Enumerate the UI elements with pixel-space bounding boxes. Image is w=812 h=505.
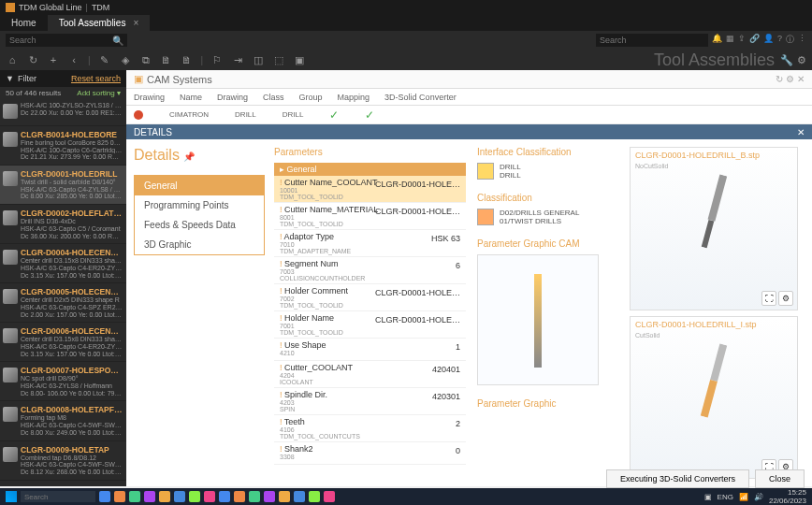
list-item[interactable]: CLGR-D0008-HOLETAPFORMERForming tap M8HS… — [0, 401, 126, 440]
search-input[interactable] — [6, 34, 127, 47]
param-row[interactable]: ! Adaptor Type7010TDM_ADAPTER_NAMEHSK 63 — [274, 230, 466, 257]
gear-icon[interactable]: ⚙ — [795, 53, 808, 66]
param-group-header[interactable]: ▸ General — [274, 163, 466, 176]
list-item[interactable]: CLGR-D0006-HOLECENTERDR…Center drill D3.… — [0, 323, 126, 362]
gear-icon[interactable]: ⚙ — [778, 291, 793, 306]
param-row[interactable]: ! Shank233080 — [274, 442, 466, 465]
list-item[interactable]: CLGR-D0010-HOLEFLATDRILLDrill INS D14 Ec… — [0, 481, 126, 486]
reset-search-link[interactable]: Reset search — [71, 74, 121, 83]
preview-card-i[interactable]: CLGR-D0001-HOLEDRILL_I.stp CutSolid ⛶⚙ — [630, 316, 798, 480]
tb-app-icon[interactable] — [129, 491, 140, 502]
volume-icon[interactable]: 🔊 — [754, 493, 763, 501]
tb-app-icon[interactable] — [114, 491, 125, 502]
menu-icon[interactable]: ⋮ — [798, 34, 806, 47]
param-row[interactable]: ! Holder Name7001TDM_TOOL_TOOLIDCLGR-D00… — [274, 311, 466, 339]
tag-icon[interactable]: ◈ — [119, 53, 132, 66]
user-icon[interactable]: 👤 — [763, 34, 774, 47]
list-item[interactable]: CLGR-B0014-HOLEBOREFine boring tool Coro… — [0, 126, 126, 166]
iface-title: Interface Classification — [477, 147, 622, 157]
tb-app-icon[interactable] — [159, 491, 170, 502]
cube-icon[interactable]: ⬚ — [272, 53, 285, 66]
close-icon[interactable]: ✕ — [797, 127, 805, 137]
tb-app-icon[interactable] — [279, 491, 290, 502]
param-row[interactable]: ! Segment Num7003COLLISIONCOUNTHOLDER6 — [274, 257, 466, 284]
param-row[interactable]: ! Cutter Name_COOLANT10001TDM_TOOL_TOOLI… — [274, 176, 466, 203]
bell-icon[interactable]: 🔔 — [712, 34, 722, 47]
expand-icon[interactable]: ⛶ — [761, 291, 776, 306]
sub-tab[interactable]: Name — [180, 91, 202, 104]
nav-item[interactable]: Feeds & Speeds Data — [135, 215, 264, 235]
tab-tool-assemblies[interactable]: Tool Assemblies× — [48, 15, 151, 31]
taskbar-search[interactable] — [21, 491, 95, 502]
close-icon[interactable]: × — [133, 18, 138, 28]
tb-app-icon[interactable] — [294, 491, 305, 502]
sub-tab[interactable]: Class — [263, 91, 284, 104]
refresh-icon[interactable]: ↻ — [26, 53, 39, 66]
app-icon[interactable]: ▣ — [293, 53, 306, 66]
tb-app-icon[interactable] — [309, 491, 320, 502]
tb-app-icon[interactable] — [249, 491, 260, 502]
param-row[interactable]: ! Spindle Dir.4203SPIN420301 — [274, 388, 466, 415]
tb-app-icon[interactable] — [324, 491, 335, 502]
doc2-icon[interactable]: 🗎 — [181, 53, 194, 66]
sub-tab[interactable]: Drawing — [217, 91, 248, 104]
help-icon[interactable]: ? — [777, 34, 782, 47]
edit-icon[interactable]: ✎ — [98, 53, 111, 66]
exec-converters-button[interactable]: Executing 3D-Solid Converters — [606, 469, 749, 488]
wrench-icon[interactable]: 🔧 — [780, 53, 793, 66]
tb-app-icon[interactable] — [219, 491, 230, 502]
link-icon[interactable]: 🔗 — [749, 34, 760, 47]
share-icon[interactable]: ⇪ — [738, 34, 746, 47]
preview-card-b[interactable]: CLGR-D0001-HOLEDRILL_B.stp NoCutSolid ⛶⚙ — [630, 147, 798, 310]
nav-item[interactable]: General — [135, 176, 264, 195]
nav-item[interactable]: 3D Graphic — [135, 235, 264, 254]
chevron-icon[interactable]: ‹ — [67, 53, 80, 66]
box-icon[interactable]: ◫ — [252, 53, 265, 66]
param-row[interactable]: ! Use Shape42101 — [274, 339, 466, 361]
tb-app-icon[interactable] — [204, 491, 215, 502]
sub-tab[interactable]: Mapping — [338, 91, 370, 104]
add-icon[interactable]: + — [47, 53, 60, 66]
tray-icon[interactable]: ▣ — [704, 493, 712, 501]
sub-tab[interactable]: Group — [299, 91, 323, 104]
pin-icon[interactable]: 📌 — [183, 152, 195, 162]
tab-home[interactable]: Home — [0, 15, 48, 31]
tb-app-icon[interactable] — [264, 491, 275, 502]
param-row[interactable]: ! Teeth4106TDM_TOOL_COUNTCUTS2 — [274, 415, 466, 442]
global-search-input[interactable] — [596, 34, 708, 47]
sub-tab[interactable]: 3D-Solid Converter — [384, 91, 457, 104]
grid-icon[interactable]: ▦ — [726, 34, 734, 47]
sort-button[interactable]: Add sorting ▾ — [77, 89, 121, 97]
list-item[interactable]: CLGR-D0002-HOLEFLATDRILLDrill INS D36-4x… — [0, 205, 126, 244]
param-row[interactable]: ! Cutter Name_MATERIAL8001TDM_TOOL_TOOLI… — [274, 203, 466, 230]
sub-tab[interactable]: Drawing — [134, 91, 165, 104]
list-item[interactable]: HSK-A/C 100-ZYLSO-ZYLS18 / Hoffm…Dc 22.0… — [0, 98, 126, 126]
nav-item[interactable]: Programming Points — [135, 195, 264, 215]
tb-app-icon[interactable] — [234, 491, 245, 502]
info-icon[interactable]: ⓘ — [786, 34, 794, 47]
tb-app-icon[interactable] — [99, 491, 110, 502]
lang-button[interactable]: ENG — [718, 493, 733, 501]
start-icon[interactable] — [6, 491, 17, 502]
search-icon[interactable]: 🔍 — [112, 36, 123, 46]
tb-app-icon[interactable] — [189, 491, 200, 502]
wifi-icon[interactable]: 📶 — [739, 493, 748, 501]
tb-app-icon[interactable] — [144, 491, 155, 502]
param-row[interactable]: ! Cutter_COOLANT4204ICOOLANT420401 — [274, 361, 466, 388]
graphic-cam[interactable] — [477, 254, 599, 385]
flag-icon[interactable]: ⚐ — [210, 53, 224, 66]
list-item[interactable]: CLGR-D0004-HOLECENTERDR…Center drill D3.… — [0, 244, 126, 283]
param-row[interactable]: ! Holder Comment7002TDM_TOOL_TOOLIDCLGR-… — [274, 284, 466, 311]
copy-icon[interactable]: ⧉ — [139, 53, 152, 66]
list-item[interactable]: CLGR-D0005-HOLECENTERDR…Center drill D2x… — [0, 283, 126, 323]
doc-icon[interactable]: 🗎 — [160, 53, 173, 66]
list-item[interactable]: CLGR-D0001-HOLEDRILLTwist drill - solid … — [0, 166, 126, 205]
export-icon[interactable]: ⇥ — [231, 53, 244, 66]
tb-app-icon[interactable] — [174, 491, 185, 502]
list-item[interactable]: CLGR-D0009-HOLETAPCombined tap D6.8/D8.1… — [0, 441, 126, 481]
list-item[interactable]: CLGR-D0007-HOLESPOTDRILLNC spot drill D8… — [0, 362, 126, 401]
filter-icon[interactable]: ▼ — [6, 74, 14, 83]
panel-tools[interactable]: ↻ ⚙ ✕ — [776, 74, 805, 84]
home-icon[interactable]: ⌂ — [6, 53, 19, 66]
close-button[interactable]: Close — [755, 469, 805, 488]
